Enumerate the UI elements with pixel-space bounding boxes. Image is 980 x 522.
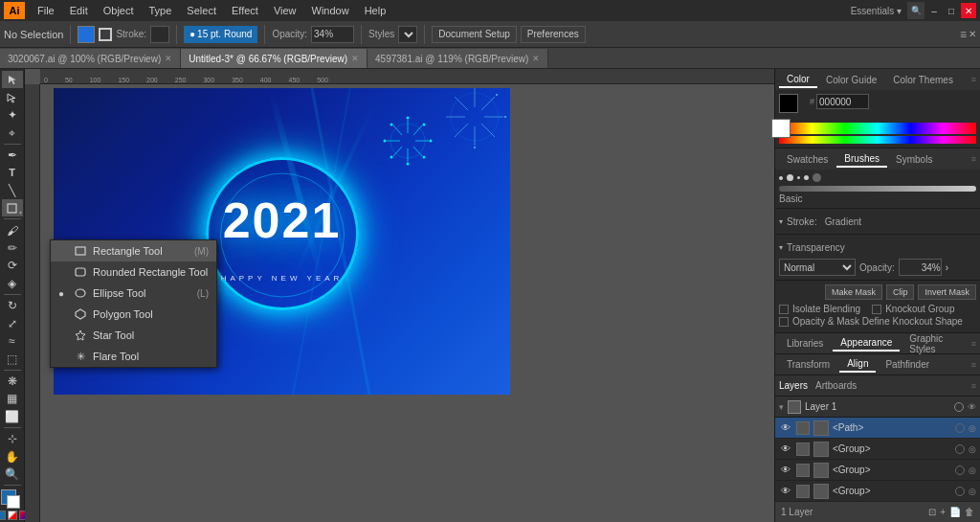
- delete-layer-icon[interactable]: 🗑: [965, 507, 974, 517]
- symbols-tab[interactable]: Symbols: [888, 152, 940, 167]
- tab-close-2[interactable]: ✕: [532, 54, 540, 63]
- target-icon[interactable]: [955, 423, 965, 433]
- layers-menu-icon[interactable]: ≡: [971, 381, 976, 391]
- fill-color-swatch[interactable]: [78, 26, 95, 43]
- opacity-value-input[interactable]: [899, 259, 942, 276]
- background-swatch[interactable]: [771, 119, 791, 138]
- new-layer-icon[interactable]: 📄: [949, 507, 961, 517]
- selection-tool[interactable]: [2, 71, 23, 88]
- layer-row[interactable]: 👁 <Path> ◎: [775, 418, 980, 439]
- opacity-arrow-icon[interactable]: ›: [946, 262, 948, 273]
- line-tool[interactable]: ╲: [2, 182, 23, 199]
- shape-tool[interactable]: ▾: [2, 199, 23, 216]
- layer1-visibility-icon[interactable]: 👁: [968, 402, 976, 412]
- menu-window[interactable]: Window: [305, 3, 356, 18]
- ellipse-tool-item[interactable]: ● Ellipse Tool (L): [51, 283, 216, 304]
- magic-wand-tool[interactable]: ✦: [2, 106, 23, 124]
- polygon-tool-item[interactable]: Polygon Tool: [51, 304, 216, 325]
- lasso-tool[interactable]: ⌖: [2, 124, 23, 141]
- eye-icon[interactable]: 👁: [779, 443, 792, 456]
- menu-type[interactable]: Type: [143, 3, 179, 18]
- eye-icon[interactable]: 👁: [779, 464, 792, 477]
- menu-view[interactable]: View: [267, 3, 303, 18]
- color-themes-tab[interactable]: Color Themes: [885, 73, 961, 87]
- opacity-input[interactable]: [311, 26, 354, 43]
- panel-menu-icon[interactable]: ≡: [971, 360, 976, 370]
- hex-color-input[interactable]: 000000: [816, 94, 869, 109]
- layer1-expand-icon[interactable]: ▾: [779, 402, 784, 412]
- align-tab[interactable]: Align: [839, 356, 876, 373]
- menu-object[interactable]: Object: [97, 3, 141, 18]
- warp-tool[interactable]: ≈: [2, 332, 23, 350]
- color-guide-tab[interactable]: Color Guide: [818, 73, 884, 87]
- panel-menu-icon[interactable]: ≡: [971, 154, 976, 164]
- zoom-tool[interactable]: 🔍: [2, 465, 23, 483]
- type-tool[interactable]: T: [2, 164, 23, 181]
- visibility-toggle-icon[interactable]: ◎: [969, 444, 976, 454]
- target-icon[interactable]: [955, 465, 965, 475]
- tab-close-0[interactable]: ✕: [165, 54, 172, 63]
- tab-close-1[interactable]: ✕: [351, 54, 359, 63]
- menu-edit[interactable]: Edit: [63, 3, 95, 18]
- flare-tool-item[interactable]: ✳ Flare Tool: [51, 346, 216, 367]
- quick-none[interactable]: [8, 511, 17, 520]
- star-tool-item[interactable]: Star Tool: [51, 325, 216, 346]
- styles-select[interactable]: [398, 26, 417, 43]
- free-transform-tool[interactable]: ⬚: [2, 350, 23, 367]
- scale-tool[interactable]: ⤢: [2, 314, 23, 331]
- swatches-tab[interactable]: Swatches: [779, 152, 835, 167]
- menu-help[interactable]: Help: [358, 3, 393, 18]
- shaper-tool[interactable]: ⟳: [2, 257, 23, 274]
- artboards-tab[interactable]: Artboards: [815, 378, 857, 393]
- slice-tool[interactable]: ⊹: [2, 430, 23, 447]
- tab-2[interactable]: 4597381.ai @ 119% (RGB/Preview) ✕: [368, 49, 548, 68]
- stroke-color-swatch[interactable]: [99, 28, 112, 41]
- blend-mode-select[interactable]: Normal: [779, 259, 856, 276]
- graphic-styles-tab[interactable]: Graphic Styles: [902, 331, 969, 356]
- target-icon[interactable]: [955, 444, 965, 454]
- invert-mask-button[interactable]: Invert Mask: [918, 284, 976, 300]
- panel-menu-icon[interactable]: ≡: [971, 75, 976, 84]
- brush-dot-1[interactable]: [779, 176, 783, 180]
- eye-icon[interactable]: 👁: [779, 485, 792, 498]
- chart-tool[interactable]: ▦: [2, 390, 23, 407]
- menu-effect[interactable]: Effect: [225, 3, 265, 18]
- document-setup-button[interactable]: Document Setup: [432, 26, 517, 43]
- preferences-button[interactable]: Preferences: [521, 26, 586, 43]
- artboard-tool[interactable]: ⬜: [2, 408, 23, 425]
- color-spectrum[interactable]: [779, 123, 976, 134]
- clip-button[interactable]: Clip: [886, 284, 915, 300]
- opacity-mask-checkbox[interactable]: [779, 317, 789, 327]
- brush-size-slider[interactable]: [779, 186, 976, 192]
- pen-tool[interactable]: ✒: [2, 147, 23, 164]
- maximize-button[interactable]: □: [944, 3, 959, 18]
- visibility-toggle-icon[interactable]: ◎: [969, 423, 976, 433]
- foreground-swatch[interactable]: [779, 94, 798, 113]
- menu-select[interactable]: Select: [180, 3, 223, 18]
- stroke-input[interactable]: [150, 26, 169, 43]
- hue-bar[interactable]: [779, 136, 976, 144]
- new-sublayer-icon[interactable]: +: [940, 507, 946, 517]
- color-tab[interactable]: Color: [779, 72, 817, 88]
- direct-selection-tool[interactable]: [2, 88, 23, 105]
- menu-file[interactable]: File: [31, 3, 61, 18]
- symbol-tool[interactable]: ❋: [2, 373, 23, 390]
- transform-tab[interactable]: Transform: [779, 357, 837, 372]
- visibility-toggle-icon[interactable]: ◎: [969, 465, 976, 475]
- quick-fill[interactable]: [0, 511, 6, 520]
- eye-icon[interactable]: 👁: [779, 421, 792, 435]
- pencil-tool[interactable]: ✏: [2, 239, 23, 257]
- transparency-header[interactable]: ▾ Transparency: [779, 238, 976, 256]
- brushes-tab[interactable]: Brushes: [836, 151, 887, 168]
- layer-row[interactable]: 👁 <Group> ◎: [775, 481, 980, 501]
- tab-0[interactable]: 3020067.ai @ 100% (RGB/Preview) ✕: [0, 49, 181, 68]
- brush-size-selector[interactable]: ● 15 pt. Round: [184, 26, 257, 43]
- brush-dot-4[interactable]: [804, 175, 809, 180]
- make-mask-button[interactable]: Make Mask: [825, 284, 882, 300]
- layers-tab[interactable]: Layers: [779, 378, 808, 393]
- make-clipping-mask-icon[interactable]: ⊡: [928, 507, 936, 517]
- layer-row[interactable]: 👁 <Group> ◎: [775, 460, 980, 481]
- tab-1[interactable]: Untitled-3* @ 66.67% (RGB/Preview) ✕: [181, 49, 368, 68]
- search-icon[interactable]: 🔍: [907, 2, 924, 19]
- knockout-group-checkbox[interactable]: [872, 305, 881, 314]
